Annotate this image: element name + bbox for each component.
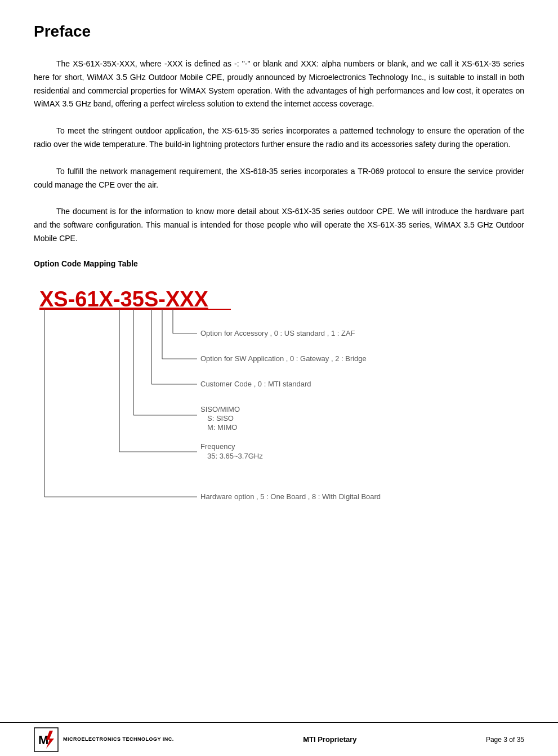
svg-text:Option for Accessory , 0 : US : Option for Accessory , 0 : US standard ,… <box>200 329 355 337</box>
footer: M MICROELECTRONICS TECHNOLOGY INC. MTI P… <box>0 722 558 756</box>
diagram-wrapper: XS-61X-35S-XXX Hardware option , 5 : One… <box>34 277 524 519</box>
svg-text:S: SISO: S: SISO <box>207 414 234 423</box>
page-title: Preface <box>34 23 524 41</box>
option-code-section: Option Code Mapping Table XS-61X-35S-XXX… <box>34 259 524 519</box>
footer-center-text: MTI Proprietary <box>303 735 356 744</box>
paragraph-2: To meet the stringent outdoor applicatio… <box>34 124 524 152</box>
svg-text:Option for SW Application , 0 : Option for SW Application , 0 : Gateway … <box>200 354 367 363</box>
svg-text:SISO/MIMO: SISO/MIMO <box>200 405 240 413</box>
paragraph-4: The document is for the information to k… <box>34 205 524 245</box>
footer-logo-text: MICROELECTRONICS TECHNOLOGY INC. <box>63 736 174 743</box>
mti-logo-icon: M <box>34 727 59 752</box>
page-container: Preface The XS-61X-35X-XXX, where -XXX i… <box>0 0 558 756</box>
option-code-title: Option Code Mapping Table <box>34 259 524 268</box>
svg-text:35: 3.65~3.7GHz: 35: 3.65~3.7GHz <box>207 452 263 460</box>
footer-logo: M MICROELECTRONICS TECHNOLOGY INC. <box>34 727 174 752</box>
svg-text:Frequency: Frequency <box>200 442 235 451</box>
option-code-diagram: XS-61X-35S-XXX Hardware option , 5 : One… <box>34 277 524 519</box>
product-code-text: XS-61X-35S-XXX <box>39 287 209 311</box>
paragraph-3: To fulfill the network management requir… <box>34 165 524 192</box>
svg-text:Customer Code , 0 : MTI standa: Customer Code , 0 : MTI standard <box>200 380 311 388</box>
svg-text:M: M <box>38 733 48 747</box>
svg-text:Hardware option , 5 : One Boar: Hardware option , 5 : One Board , 8 : Wi… <box>200 492 381 501</box>
svg-text:M: MIMO: M: MIMO <box>207 423 237 432</box>
paragraph-1: The XS-61X-35X-XXX, where -XXX is define… <box>34 57 524 111</box>
footer-page-number: Page 3 of 35 <box>486 736 524 744</box>
